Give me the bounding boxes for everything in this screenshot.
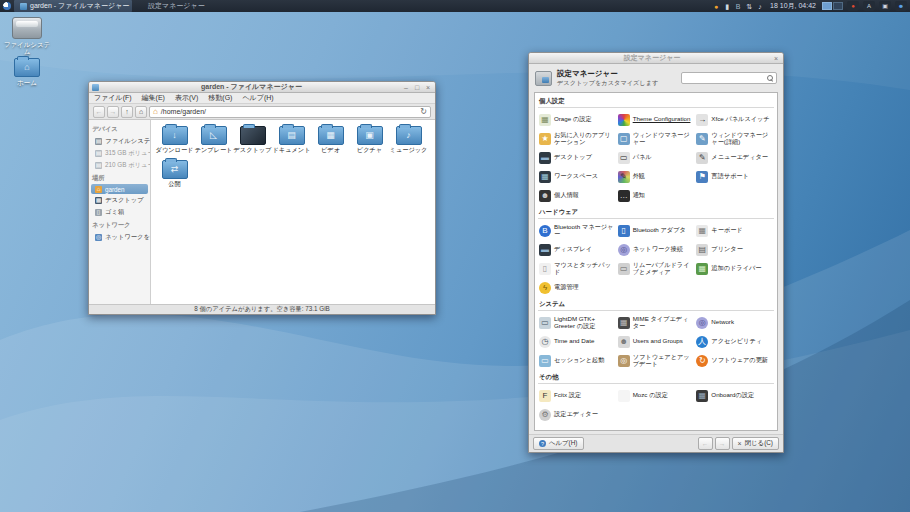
settings-item[interactable]: ☻ 個人情報 [538, 186, 617, 205]
nav-back-button[interactable]: ← [698, 437, 713, 450]
desktop-icon-filesystem[interactable]: ファイルシステム [2, 17, 52, 55]
forward-button[interactable]: → [107, 106, 119, 118]
sidebar-item[interactable]: ◎ ネットワークを参照 [89, 231, 150, 243]
file-item[interactable]: ▤ ドキュメント [272, 126, 311, 154]
menu-item[interactable]: 移動(G) [203, 93, 237, 103]
bluetooth-icon[interactable]: B [734, 2, 742, 10]
settings-item[interactable]: ▭ LightDM GTK+ Greeter の設定 [538, 313, 617, 332]
menu-item[interactable]: ファイル(F) [89, 93, 137, 103]
additional-drivers-icon: ▦ [696, 263, 708, 275]
sidebar-item[interactable]: ▤ 210 GB ボリューム [89, 159, 150, 171]
settings-item[interactable]: ▭ リムーバブルドライブとメディア [617, 259, 696, 278]
session-indicator-icon[interactable]: ☻ [895, 1, 907, 11]
settings-titlebar[interactable]: 設定マネージャー × [529, 53, 783, 64]
sidebar-item[interactable]: ▤ 315 GB ボリューム [89, 147, 150, 159]
settings-item[interactable]: ↻ ソフトウェアの更新 [695, 351, 774, 370]
settings-item[interactable]: 人 アクセシビリティ [695, 332, 774, 351]
window-menu-icon[interactable] [92, 84, 99, 91]
settings-item[interactable]: ☻ Users and Groups [617, 332, 696, 351]
settings-item[interactable]: ✎ メニューエディター [695, 148, 774, 167]
clock[interactable]: 18 10月, 04:42 [768, 1, 818, 11]
minimize-button[interactable]: – [402, 83, 410, 92]
workspace-1[interactable] [822, 2, 832, 10]
settings-item-label: Fcitx 設定 [554, 392, 581, 399]
settings-item[interactable]: ▬ デスクトップ [538, 148, 617, 167]
menu-item[interactable]: 編集(E) [137, 93, 170, 103]
settings-item[interactable]: ▦ Orage の設定 [538, 110, 617, 129]
settings-item[interactable]: ★ お気に入りのアプリケーション [538, 129, 617, 148]
settings-item[interactable]: ▯ マウスとタッチパッド [538, 259, 617, 278]
settings-item[interactable]: ▦ キーボード [695, 221, 774, 240]
workspace-pager[interactable] [822, 2, 843, 10]
settings-item[interactable]: Mozc の設定 [617, 386, 696, 405]
settings-item[interactable]: B Bluetooth マネージャー [538, 221, 617, 240]
settings-item[interactable]: ✎ 外観 [617, 167, 696, 186]
search-input[interactable] [682, 75, 767, 82]
settings-item[interactable]: ▦ 追加のドライバー [695, 259, 774, 278]
settings-item[interactable]: ⚑ 言語サポート [695, 167, 774, 186]
settings-item[interactable]: → Xfce パネルスイッチ [695, 110, 774, 129]
file-item[interactable]: ♪ ミュージック [389, 126, 428, 154]
settings-item[interactable]: Theme Configuration [617, 110, 696, 129]
settings-item[interactable]: ▯ Bluetooth アダプタ [617, 221, 696, 240]
menu-item[interactable]: 表示(V) [170, 93, 203, 103]
applications-menu-button[interactable] [0, 0, 14, 12]
sidebar-item[interactable]: ▤ ファイルシステム [89, 135, 150, 147]
notification-indicator-icon[interactable]: ● [847, 1, 859, 11]
settings-item[interactable]: ◎ Network [695, 313, 774, 332]
file-item[interactable]: ▣ ピクチャ [350, 126, 389, 154]
search-field[interactable] [681, 72, 777, 84]
maximize-button[interactable]: □ [413, 83, 421, 92]
settings-item[interactable]: ▦ MIME タイプエディター [617, 313, 696, 332]
settings-item[interactable]: ▭ パネル [617, 148, 696, 167]
settings-item[interactable]: ⚙ 設定エディター [538, 405, 617, 424]
home-folder-icon: ⌂ [14, 58, 40, 77]
desktop-icon-home[interactable]: ⌂ ホーム [2, 58, 52, 86]
nav-forward-button[interactable]: → [715, 437, 730, 450]
settings-item[interactable]: ▤ プリンター [695, 240, 774, 259]
file-item[interactable]: ↓ ダウンロード [155, 126, 194, 154]
path-bar[interactable]: ⌂ /home/garden/ ↻ [149, 106, 431, 118]
close-button[interactable]: × [424, 83, 432, 92]
file-item[interactable]: ▦ ビデオ [311, 126, 350, 154]
power-manager-icon[interactable]: ● [712, 2, 720, 10]
close-button[interactable]: × [772, 54, 780, 63]
settings-item[interactable]: ▦ Onboardの設定 [695, 386, 774, 405]
sidebar-item-label: 210 GB ボリューム [105, 161, 151, 170]
sidebar-item[interactable]: ▦ デスクトップ [89, 194, 150, 206]
input-method-icon[interactable]: A [863, 1, 875, 11]
file-manager-titlebar[interactable]: garden - ファイルマネージャー – □ × [89, 82, 435, 93]
file-item[interactable]: デスクトップ [233, 126, 272, 154]
settings-item[interactable]: ◷ Time and Date [538, 332, 617, 351]
help-button[interactable]: ? ヘルプ(H) [533, 437, 584, 450]
settings-item[interactable]: ▭ セッションと起動 [538, 351, 617, 370]
taskbar-window-button[interactable]: 設定マネージャー [132, 0, 211, 12]
workspace-2[interactable] [833, 2, 843, 10]
settings-item[interactable]: ▦ ワークスペース [538, 167, 617, 186]
file-item[interactable]: ◺ テンプレート [194, 126, 233, 154]
settings-item[interactable]: ▬ ディスプレイ [538, 240, 617, 259]
close-settings-button[interactable]: × 閉じる(C) [732, 437, 779, 450]
network-icon[interactable]: ⇅ [745, 2, 753, 10]
battery-icon[interactable]: ▮ [723, 2, 731, 10]
reload-icon[interactable]: ↻ [420, 107, 427, 116]
display-indicator-icon[interactable]: ▣ [879, 1, 891, 11]
sidebar-item[interactable]: ⌂ garden [91, 184, 148, 194]
desktop[interactable]: { "panel": { "window_buttons": [ { "labe… [0, 0, 910, 512]
file-item[interactable]: ⇄ 公開 [155, 160, 194, 188]
home-button[interactable]: ⌂ [135, 106, 147, 118]
taskbar-window-button[interactable]: garden - ファイルマネージャー [14, 0, 132, 12]
settings-item[interactable]: … 通知 [617, 186, 696, 205]
settings-item[interactable]: ✎ ウィンドウマネージャー(詳細) [695, 129, 774, 148]
settings-item[interactable]: ◎ ネットワーク接続 [617, 240, 696, 259]
settings-item[interactable]: ◎ ソフトウェアとアップデート [617, 351, 696, 370]
settings-item[interactable]: ▢ ウィンドウマネージャー [617, 129, 696, 148]
up-button[interactable]: ↑ [121, 106, 133, 118]
settings-item[interactable]: F Fcitx 設定 [538, 386, 617, 405]
back-button[interactable]: ← [93, 106, 105, 118]
network-browse-icon: ◎ [95, 234, 102, 241]
settings-item[interactable]: ϟ 電源管理 [538, 278, 617, 297]
volume-icon[interactable]: ♪ [756, 2, 764, 10]
sidebar-item[interactable]: ▯ ゴミ箱 [89, 206, 150, 218]
menu-item[interactable]: ヘルプ(H) [237, 93, 278, 103]
